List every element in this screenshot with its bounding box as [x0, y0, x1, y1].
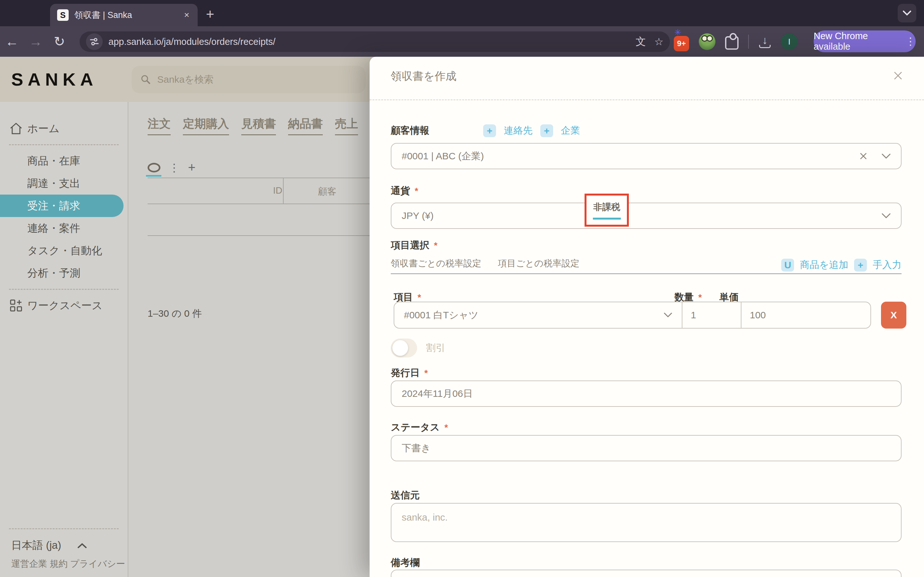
browser-toolbar: ← → ↻ app.sanka.io/ja/modules/orders/rec…	[0, 26, 924, 57]
profile-avatar[interactable]: I	[781, 33, 798, 50]
tax-mode-tabs: 領収書ごとの税率設定 項目ごとの税率設定 非課税 U 商品を追加 + 手入力	[391, 256, 901, 274]
tab-close-icon[interactable]: ×	[183, 9, 191, 21]
sender-textarea[interactable]: sanka, inc.	[391, 503, 901, 542]
view-tab-icon[interactable]	[148, 163, 160, 172]
sidebar: ホーム 商品・在庫 調達・支出 受注・請求 連絡・案件 タスク・自動化 分析・予…	[0, 102, 128, 577]
add-contact-plus-icon[interactable]: +	[483, 124, 496, 137]
product-select[interactable]: #0001 白Tシャツ	[394, 302, 682, 328]
sidebar-item-workspace[interactable]: ワークスペース	[0, 294, 128, 317]
view-menu-dots-icon[interactable]: ⋮	[169, 161, 180, 174]
add-contact-button[interactable]: 連絡先	[504, 124, 533, 137]
home-icon	[9, 122, 23, 135]
manual-entry-plus-icon[interactable]: +	[854, 259, 867, 271]
chevron-up-icon	[78, 543, 87, 548]
sidebar-item-orders-billing[interactable]: 受注・請求	[0, 195, 124, 217]
sidebar-item-contacts[interactable]: 連絡・案件	[0, 217, 128, 239]
add-company-button[interactable]: 企業	[561, 124, 580, 137]
modal-title: 領収書を作成	[391, 69, 457, 84]
forward-icon: →	[24, 35, 47, 48]
tab-tax-free[interactable]: 非課税	[593, 201, 620, 213]
manual-entry-button[interactable]: 手入力	[873, 258, 901, 271]
extension-badge-icon[interactable]: ✳ 9+	[674, 36, 689, 51]
discount-label: 割引	[426, 342, 445, 355]
tab-title: 領収書 | Sanka	[74, 9, 177, 21]
site-settings-icon[interactable]	[86, 33, 103, 50]
address-bar[interactable]: app.sanka.io/ja/modules/orders/receipts/…	[79, 31, 670, 52]
notification-burst-icon: ✳	[674, 27, 682, 37]
column-header-id[interactable]: ID	[225, 185, 282, 196]
sender-label: 送信元	[391, 490, 420, 500]
currency-label: 通貨	[391, 185, 410, 196]
add-product-icon[interactable]: U	[781, 259, 794, 271]
notes-label: 備考欄	[391, 557, 420, 568]
sidebar-item-procurement[interactable]: 調達・支出	[0, 172, 128, 195]
browser-tab[interactable]: S 領収書 | Sanka ×	[50, 4, 198, 26]
quantity-input[interactable]: 1	[682, 302, 741, 328]
chevron-down-icon	[882, 213, 891, 219]
column-header-customer[interactable]: 顧客	[286, 185, 369, 198]
status-input[interactable]: 下書き	[391, 435, 901, 461]
legal-links[interactable]: 運営企業 規約 プライバシー	[0, 553, 128, 570]
url-text[interactable]: app.sanka.io/ja/modules/orders/receipts/	[108, 37, 627, 47]
chevron-down-icon	[882, 153, 891, 159]
bookmark-star-icon[interactable]: ☆	[654, 35, 664, 48]
status-label: ステータス	[391, 422, 440, 432]
customer-info-label: 顧客情報	[391, 124, 429, 137]
extension-cluster: ✳ 9+ ↓ I	[674, 31, 798, 52]
sidebar-item-analytics[interactable]: 分析・予測	[0, 262, 128, 284]
tax-free-annotation-box: 非課税	[585, 193, 629, 227]
browser-tab-strip: S 領収書 | Sanka × +	[0, 0, 924, 26]
currency-select[interactable]: JPY (¥)	[391, 203, 901, 229]
workspace-grid-icon	[9, 299, 23, 312]
sidebar-divider	[9, 528, 119, 529]
notes-textarea[interactable]	[391, 570, 901, 577]
customer-select[interactable]: #0001 | ABC (企業)	[391, 143, 901, 169]
required-marker: *	[424, 368, 428, 378]
sidebar-item-tasks[interactable]: タスク・自動化	[0, 239, 128, 262]
tab-delivery-notes[interactable]: 納品書	[288, 116, 323, 135]
tab-receipt-tax[interactable]: 領収書ごとの税率設定	[391, 258, 481, 274]
modal-close-icon[interactable]	[893, 71, 903, 81]
browser-menu-dots-icon[interactable]: ⋮	[905, 35, 916, 47]
tab-quotes[interactable]: 見積書	[241, 116, 276, 135]
sidebar-divider	[9, 144, 119, 145]
reload-icon[interactable]: ↻	[47, 35, 71, 48]
discount-toggle[interactable]	[391, 338, 417, 358]
back-icon[interactable]: ←	[0, 35, 24, 48]
active-tab-underline	[593, 218, 621, 219]
unit-price-input[interactable]: 100	[741, 302, 871, 328]
issue-date-input[interactable]: 2024年11月06日	[391, 380, 901, 407]
sidebar-item-products[interactable]: 商品・在庫	[0, 150, 128, 172]
favicon: S	[57, 9, 69, 21]
frog-extension-icon[interactable]	[699, 33, 716, 50]
qty-column-label: 数量	[674, 292, 694, 302]
global-search-input[interactable]: Sankaを検索	[132, 66, 366, 93]
search-placeholder: Sankaを検索	[157, 73, 214, 86]
required-marker: *	[417, 292, 421, 302]
new-tab-button[interactable]: +	[206, 7, 214, 21]
search-icon	[141, 74, 151, 85]
tab-sales[interactable]: 売上	[335, 116, 358, 135]
line-item-row: #0001 白Tシャツ 1 100	[394, 301, 871, 329]
tab-search-chevron-icon[interactable]	[898, 4, 916, 23]
sidebar-item-home[interactable]: ホーム	[0, 117, 128, 140]
translate-icon[interactable]: 文	[636, 35, 646, 49]
clear-selection-icon[interactable]	[859, 152, 867, 160]
tab-orders[interactable]: 注文	[148, 116, 171, 135]
module-tabs: 注文 定期購入 見積書 納品書 売上	[148, 116, 358, 135]
sanka-logo[interactable]: SANKA	[11, 69, 97, 90]
required-marker: *	[434, 240, 437, 250]
required-marker: *	[444, 422, 448, 432]
add-view-button[interactable]: +	[188, 160, 195, 175]
tab-subscriptions[interactable]: 定期購入	[183, 116, 229, 135]
add-company-plus-icon[interactable]: +	[540, 124, 553, 137]
add-product-button[interactable]: 商品を追加	[800, 258, 848, 271]
downloads-icon[interactable]: ↓	[758, 35, 771, 49]
extensions-puzzle-icon[interactable]	[725, 36, 738, 50]
active-view-underline	[146, 175, 162, 177]
chrome-update-button[interactable]: New Chrome available ⋮	[814, 31, 916, 52]
tab-item-tax[interactable]: 項目ごとの税率設定	[498, 258, 580, 274]
remove-item-button[interactable]: X	[881, 301, 906, 329]
price-column-label: 単価	[719, 292, 738, 302]
language-selector[interactable]: 日本語 (ja)	[0, 538, 128, 553]
